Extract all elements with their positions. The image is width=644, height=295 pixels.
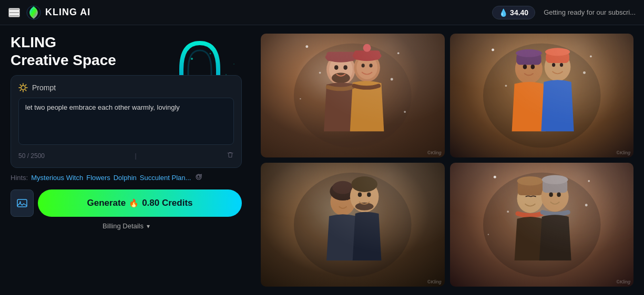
svg-point-52: [545, 48, 569, 56]
hint-succulent[interactable]: Succulent Plan...: [140, 174, 191, 182]
image-overlay-3: [261, 163, 445, 287]
brand-title: KLING Creative Space: [11, 34, 242, 69]
logo-text: KLING AI: [45, 7, 90, 18]
brand-line1: KLING Creative Space: [11, 34, 242, 69]
hint-mysterious-witch[interactable]: Mysterious Witch: [31, 174, 83, 182]
svg-point-71: [517, 176, 543, 185]
generated-image-2[interactable]: ©Kling: [450, 34, 634, 157]
svg-point-62: [332, 181, 353, 194]
watermark-3: ©Kling: [427, 279, 442, 285]
prompt-textarea[interactable]: [18, 98, 234, 145]
svg-point-58: [583, 71, 586, 74]
svg-point-43: [404, 111, 406, 113]
svg-point-56: [590, 56, 592, 58]
image-grid: ©Kling: [252, 25, 644, 295]
prompt-label: Prompt: [32, 83, 56, 92]
generate-button[interactable]: Generate 🔥 0.80 Credits: [38, 189, 242, 217]
svg-point-81: [487, 234, 488, 235]
logo-area: KLING AI: [26, 5, 90, 20]
watermark-4: ©Kling: [616, 279, 630, 285]
generate-credits: 0.80 Credits: [142, 198, 192, 208]
image-overlay-4: [450, 163, 634, 287]
watermark-1: ©Kling: [427, 150, 442, 155]
svg-line-17: [25, 90, 26, 91]
svg-point-47: [516, 49, 542, 57]
svg-point-28: [332, 73, 350, 83]
prompt-header: Prompt: [18, 83, 234, 92]
svg-line-18: [25, 85, 26, 86]
svg-point-37: [369, 64, 372, 67]
svg-point-64: [351, 176, 377, 192]
credits-badge[interactable]: 💧 34.40: [492, 6, 535, 19]
svg-point-48: [523, 65, 526, 69]
hints-row: Hints: Mysterious Witch Flowers Dolphin …: [11, 173, 242, 182]
svg-point-79: [507, 210, 509, 213]
flame-icon: 💧: [499, 8, 508, 17]
svg-point-11: [21, 86, 25, 90]
svg-point-77: [493, 176, 496, 178]
svg-point-35: [363, 44, 371, 52]
image-icon: [16, 197, 28, 209]
svg-point-49: [530, 65, 534, 69]
prompt-footer: 50 / 2500 |: [18, 151, 234, 160]
generate-label: Generate: [87, 198, 126, 208]
svg-rect-20: [17, 199, 27, 207]
header-right: 💧 34.40 Getting ready for our subscri...: [492, 6, 636, 19]
svg-rect-34: [354, 50, 380, 59]
left-panel: KLING Creative Space Prompt: [0, 25, 252, 295]
subscription-text: Getting ready for our subscri...: [544, 8, 636, 16]
svg-point-39: [397, 52, 400, 54]
svg-point-80: [585, 204, 587, 206]
svg-point-36: [362, 64, 365, 67]
hint-flowers[interactable]: Flowers: [86, 174, 110, 182]
svg-point-53: [552, 63, 555, 67]
header-left: KLING AI: [8, 5, 90, 20]
chevron-down-icon: ▾: [147, 223, 150, 230]
generate-area: Generate 🔥 0.80 Credits: [11, 189, 242, 217]
billing-label: Billing Details: [103, 222, 144, 230]
svg-point-41: [391, 78, 393, 80]
svg-point-55: [492, 49, 494, 51]
header: KLING AI 💧 34.40 Getting ready for our s…: [0, 0, 644, 25]
credits-value: 34.40: [510, 8, 528, 17]
prompt-icon: [18, 83, 28, 92]
hints-label: Hints:: [11, 174, 28, 182]
svg-point-75: [549, 193, 553, 197]
generated-image-4[interactable]: ©Kling: [450, 163, 634, 287]
main-content: KLING Creative Space Prompt: [0, 25, 644, 295]
image-overlay-2: [450, 34, 634, 157]
hamburger-menu-button[interactable]: [8, 8, 20, 17]
svg-point-38: [305, 45, 308, 48]
svg-point-78: [588, 180, 590, 182]
svg-line-19: [20, 90, 21, 91]
generated-image-3[interactable]: ©Kling: [261, 163, 445, 287]
svg-point-29: [334, 65, 338, 70]
kling-logo-icon: [26, 5, 41, 20]
svg-point-57: [505, 85, 507, 87]
svg-point-30: [343, 65, 347, 70]
watermark-2: ©Kling: [616, 150, 630, 155]
svg-point-76: [557, 193, 560, 197]
prompt-card: Prompt 50 / 2500 |: [11, 75, 242, 168]
credit-flame-icon: 🔥: [129, 198, 139, 208]
svg-point-74: [541, 175, 568, 184]
generated-image-1[interactable]: ©Kling: [261, 34, 445, 157]
image-upload-button[interactable]: [11, 189, 34, 217]
svg-line-16: [20, 85, 21, 86]
svg-point-67: [367, 193, 371, 197]
refresh-hints-button[interactable]: [195, 173, 202, 182]
char-count: 50 / 2500: [18, 152, 45, 160]
billing-details-row[interactable]: Billing Details ▾: [11, 222, 242, 230]
hint-dolphin[interactable]: Dolphin: [114, 174, 137, 182]
svg-point-42: [300, 98, 301, 99]
svg-point-54: [559, 63, 563, 67]
clear-prompt-button[interactable]: [227, 151, 234, 160]
image-overlay-1: [261, 34, 445, 157]
svg-rect-27: [326, 52, 355, 61]
svg-point-21: [19, 202, 21, 203]
svg-point-66: [358, 193, 362, 197]
svg-point-40: [319, 72, 321, 74]
